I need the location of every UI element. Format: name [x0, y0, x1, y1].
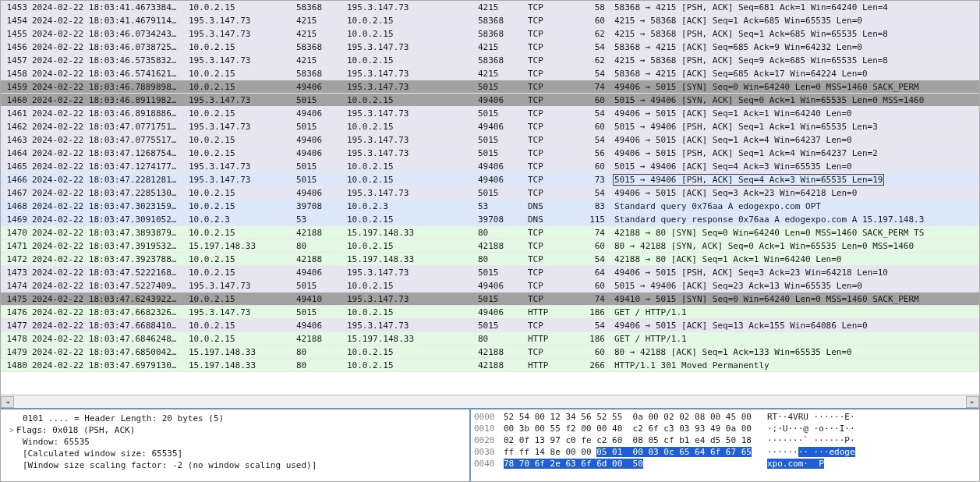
- bottom-panes: 0101 .... = Header Length: 20 bytes (5) …: [1, 408, 979, 481]
- col-destination: 195.3.147.73: [347, 186, 478, 199]
- col-protocol: TCP: [528, 67, 576, 80]
- col-length: 74: [576, 292, 613, 305]
- col-time: 2024-02-22 18:03:47.2285130…: [32, 186, 189, 199]
- packet-row[interactable]: 14792024-02-22 18:03:47.6850042…15.197.1…: [1, 346, 979, 359]
- col-source: 10.0.2.15: [189, 41, 296, 53]
- packet-row[interactable]: 14712024-02-22 18:03:47.3919532…15.197.1…: [1, 239, 979, 253]
- col-length: 60: [576, 279, 613, 292]
- col-protocol: TCP: [528, 1, 576, 13]
- col-info: 42188 → 80 [SYN] Seq=0 Win=64240 Len=0 M…: [613, 226, 979, 239]
- col-protocol: HTTP: [528, 306, 576, 318]
- col-protocol: TCP: [528, 346, 576, 358]
- packet-bytes-pane[interactable]: 000052 54 00 12 34 56 52 55 0a 00 02 02 …: [471, 409, 979, 481]
- col-source: 195.3.147.73: [189, 120, 296, 133]
- hex-row[interactable]: 002002 0f 13 97 c0 fe c2 60 08 05 cf b1 …: [474, 434, 976, 446]
- col-dst-port: 80: [478, 253, 528, 265]
- hex-row[interactable]: 0030ff ff 14 8e 00 00 05 01 00 03 0c 65 …: [474, 446, 976, 458]
- packet-row[interactable]: 14612024-02-22 18:03:46.8918886…10.0.2.1…: [1, 107, 979, 120]
- col-source: 10.0.2.15: [189, 200, 296, 212]
- packet-row[interactable]: 14772024-02-22 18:03:47.6688410…10.0.2.1…: [1, 319, 979, 332]
- packet-row[interactable]: 14532024-02-22 18:03:41.4673384…10.0.2.1…: [1, 1, 979, 14]
- packet-row[interactable]: 14762024-02-22 18:03:47.6682326…195.3.14…: [1, 306, 979, 319]
- col-info: 58368 → 4215 [PSH, ACK] Seq=681 Ack=1 Wi…: [613, 1, 979, 13]
- col-src-port: 49406: [296, 147, 347, 159]
- col-src-port: 5015: [296, 120, 347, 133]
- packet-row[interactable]: 14572024-02-22 18:03:46.5735832…195.3.14…: [1, 54, 979, 67]
- hex-row[interactable]: 001000 3b 00 55 f2 00 00 40 c2 6f c3 03 …: [474, 423, 976, 434]
- col-info: GET / HTTP/1.1: [613, 306, 979, 318]
- col-destination: 10.0.2.15: [347, 359, 478, 371]
- col-src-port: 80: [296, 239, 347, 252]
- col-info: 80 → 42188 [SYN, ACK] Seq=0 Ack=1 Win=65…: [613, 239, 979, 252]
- packet-row[interactable]: 14562024-02-22 18:03:46.0738725…10.0.2.1…: [1, 41, 979, 54]
- hex-row[interactable]: 004078 70 6f 2e 63 6f 6d 00 50xpo.com· P: [474, 458, 976, 470]
- scroll-left-arrow-icon[interactable]: ◄: [1, 396, 14, 408]
- col-time: 2024-02-22 18:03:46.7889898…: [32, 80, 189, 93]
- packet-row[interactable]: 14622024-02-22 18:03:47.0771751…195.3.14…: [1, 120, 979, 133]
- col-source: 10.0.2.15: [189, 133, 296, 146]
- detail-line[interactable]: [Calculated window size: 65535]: [7, 448, 463, 459]
- packet-row[interactable]: 14592024-02-22 18:03:46.7889898…10.0.2.1…: [1, 80, 979, 94]
- col-protocol: TCP: [528, 319, 576, 331]
- col-time: 2024-02-22 18:03:47.3919532…: [32, 239, 189, 252]
- packet-row[interactable]: 14742024-02-22 18:03:47.5227409…195.3.14…: [1, 279, 979, 292]
- col-length: 64: [576, 266, 613, 278]
- col-source: 195.3.147.73: [189, 173, 296, 186]
- col-info: 49406 → 5015 [ACK] Seq=1 Ack=1 Win=64240…: [613, 107, 979, 119]
- detail-line-expandable[interactable]: >Flags: 0x018 (PSH, ACK): [7, 424, 463, 436]
- hex-offset: 0010: [474, 423, 504, 434]
- col-number: 1459: [1, 80, 32, 93]
- detail-line[interactable]: [Window size scaling factor: -2 (no wind…: [7, 459, 463, 471]
- hex-ascii: ·;·U···@ ·o···I··: [767, 423, 976, 434]
- col-destination: 10.0.2.15: [347, 120, 478, 133]
- packet-row[interactable]: 14672024-02-22 18:03:47.2285130…10.0.2.1…: [1, 186, 979, 200]
- col-dst-port: 4215: [478, 1, 528, 13]
- detail-line[interactable]: 0101 .... = Header Length: 20 bytes (5): [7, 413, 463, 424]
- col-number: 1455: [1, 27, 32, 40]
- col-dst-port: 4215: [478, 67, 528, 80]
- col-info: 42188 → 80 [ACK] Seq=1 Ack=1 Win=64240 L…: [613, 253, 979, 265]
- col-time: 2024-02-22 18:03:47.6850042…: [32, 346, 189, 358]
- packet-row[interactable]: 14662024-02-22 18:03:47.2281281…195.3.14…: [1, 173, 979, 186]
- col-length: 115: [576, 213, 613, 225]
- hex-offset: 0040: [474, 458, 504, 470]
- scroll-right-arrow-icon[interactable]: ►: [966, 396, 979, 408]
- col-source: 195.3.147.73: [189, 27, 296, 40]
- packet-row[interactable]: 14722024-02-22 18:03:47.3923788…10.0.2.1…: [1, 253, 979, 266]
- col-time: 2024-02-22 18:03:46.0738725…: [32, 41, 189, 53]
- packet-list-pane[interactable]: 14532024-02-22 18:03:41.4673384…10.0.2.1…: [1, 1, 979, 395]
- col-source: 10.0.2.15: [189, 319, 296, 331]
- packet-row[interactable]: 14602024-02-22 18:03:46.8911982…195.3.14…: [1, 94, 979, 107]
- col-info: 5015 → 49406 [PSH, ACK] Seq=4 Ack=3 Win=…: [613, 173, 979, 186]
- col-source: 10.0.2.15: [189, 253, 296, 265]
- packet-row[interactable]: 14642024-02-22 18:03:47.1268754…10.0.2.1…: [1, 147, 979, 160]
- col-number: 1463: [1, 133, 32, 146]
- packet-row[interactable]: 14732024-02-22 18:03:47.5222168…10.0.2.1…: [1, 266, 979, 279]
- col-length: 54: [576, 41, 613, 53]
- col-src-port: 49406: [296, 319, 347, 331]
- packet-row[interactable]: 14752024-02-22 18:03:47.6243922…10.0.2.1…: [1, 292, 979, 306]
- col-time: 2024-02-22 18:03:47.3091052…: [32, 213, 189, 225]
- col-source: 10.0.2.15: [189, 107, 296, 119]
- expand-icon[interactable]: >: [7, 424, 16, 436]
- col-length: 54: [576, 107, 613, 119]
- col-src-port: 4215: [296, 14, 347, 27]
- packet-row[interactable]: 14582024-02-22 18:03:46.5741621…10.0.2.1…: [1, 67, 979, 80]
- packet-row[interactable]: 14552024-02-22 18:03:46.0734243…195.3.14…: [1, 27, 979, 41]
- packet-row[interactable]: 14692024-02-22 18:03:47.3091052…10.0.2.3…: [1, 213, 979, 226]
- hex-row[interactable]: 000052 54 00 12 34 56 52 55 0a 00 02 02 …: [474, 411, 976, 423]
- col-protocol: TCP: [528, 107, 576, 119]
- packet-row[interactable]: 14782024-02-22 18:03:47.6846248…10.0.2.1…: [1, 332, 979, 346]
- packet-row[interactable]: 14632024-02-22 18:03:47.0775517…10.0.2.1…: [1, 133, 979, 147]
- packet-row[interactable]: 14702024-02-22 18:03:47.3893879…10.0.2.1…: [1, 226, 979, 239]
- packet-row[interactable]: 14652024-02-22 18:03:47.1274177…195.3.14…: [1, 160, 979, 173]
- packet-row[interactable]: 14802024-02-22 18:03:47.6979130…15.197.1…: [1, 359, 979, 372]
- packet-row[interactable]: 14542024-02-22 18:03:41.4679114…195.3.14…: [1, 14, 979, 27]
- horizontal-scrollbar[interactable]: ◄ ►: [1, 395, 979, 408]
- col-time: 2024-02-22 18:03:47.3893879…: [32, 226, 189, 239]
- detail-line[interactable]: Window: 65535: [7, 436, 463, 448]
- packet-details-pane[interactable]: 0101 .... = Header Length: 20 bytes (5) …: [1, 409, 471, 481]
- col-destination: 195.3.147.73: [347, 266, 478, 278]
- col-time: 2024-02-22 18:03:46.8911982…: [32, 94, 189, 106]
- packet-row[interactable]: 14682024-02-22 18:03:47.3023159…10.0.2.1…: [1, 200, 979, 213]
